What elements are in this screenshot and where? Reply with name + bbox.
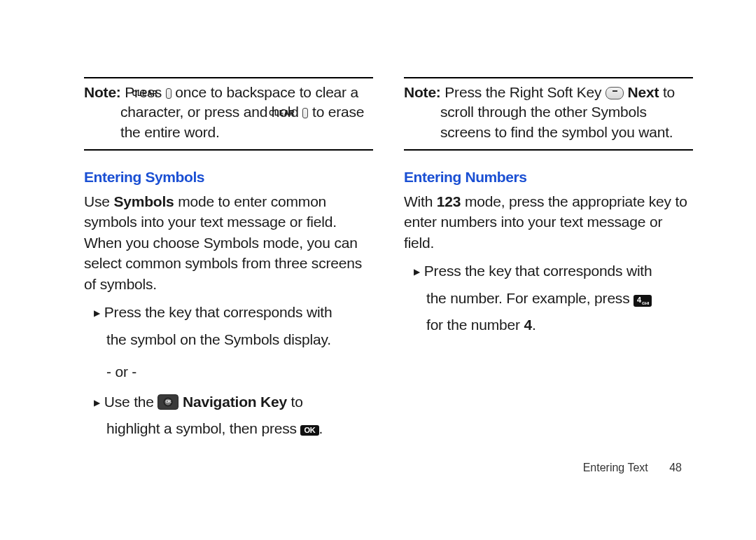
four-ghi-key-icon: 4GHI [634,295,652,307]
bullet-text: . [319,420,323,436]
ok-key-icon: OK [300,425,318,436]
clear-key-icon: CLEAR [302,108,308,118]
triangle-bullet-icon: ▶ [414,267,420,277]
right-soft-key-icon [606,87,624,99]
footer-section-name: Entering Text [583,462,648,473]
triangle-bullet-icon: ▶ [94,308,100,318]
or-separator: - or - [106,361,373,384]
right-column: Note: Press the Right Soft Key Next to s… [404,77,693,512]
bullet-text: the symbol on the Symbols display. [106,328,373,352]
para-text: With [404,193,437,209]
bullet-text: Press the key that corresponds with [424,263,652,279]
navigation-key-icon [158,394,178,410]
note-label: Note: [404,84,441,100]
bullet-text: the number. For example, press [426,290,634,306]
heading-entering-symbols: Entering Symbols [84,169,373,186]
para-text-bold: Symbols [113,193,174,209]
left-column: Note: Press CLEAR once to backspace to c… [84,77,373,512]
bullet-text-bold: 4 [524,317,531,333]
note-text: Press the Right Soft Key [444,84,606,100]
heading-entering-numbers: Entering Numbers [404,169,693,186]
bullet-text: . [532,317,536,333]
clear-key-icon: CLEAR [166,88,172,99]
symbols-paragraph: Use Symbols mode to enter common symbols… [84,191,373,294]
para-text-bold: 123 [437,193,461,209]
bullet-text: highlight a symbol, then press [106,420,300,436]
manual-page: Note: Press CLEAR once to backspace to c… [0,0,756,540]
numbers-steps: ▶Press the key that corresponds with the… [414,260,693,337]
bullet-text: Press the key that corresponds with [104,304,332,320]
triangle-bullet-icon: ▶ [94,398,100,408]
bullet-text: to [287,394,303,410]
list-item: ▶Press the key that corresponds with the… [94,301,373,351]
symbols-steps: ▶Press the key that corresponds with the… [94,301,373,441]
bullet-text: for the number [426,317,524,333]
numbers-paragraph: With 123 mode, press the appropriate key… [404,191,693,253]
bullet-text-bold: Navigation Key [183,394,287,410]
para-text: Use [84,193,113,209]
note-text-bold: Next [628,84,659,100]
page-footer: Entering Text 48 [583,462,682,474]
list-item: ▶Use the Navigation Key to highlight a s… [94,391,373,441]
footer-page-number: 48 [669,462,682,473]
list-item: ▶Press the key that corresponds with the… [414,260,693,337]
note-label: Note: [84,84,121,100]
note-block-softkey: Note: Press the Right Soft Key Next to s… [404,77,693,151]
note-block-clear: Note: Press CLEAR once to backspace to c… [84,77,373,151]
bullet-text: Use the [104,394,158,410]
